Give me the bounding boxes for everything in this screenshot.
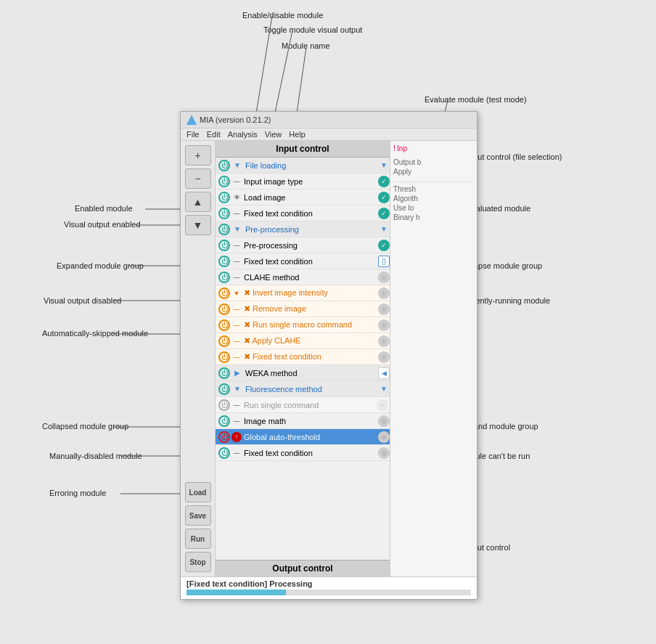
module-name-preprocessing-mod: Pre-processing — [242, 241, 378, 250]
status-apply-clahe: ○ — [378, 335, 390, 347]
eye-load-image[interactable]: 👁 — [231, 192, 242, 203]
annotation-toggle-visual: Toggle module visual output — [263, 25, 362, 34]
status-image-math: ☺ — [378, 415, 390, 427]
status-remove-image: ○ — [378, 303, 390, 315]
module-name-run-macro: ✖ Run single macro command — [242, 320, 378, 330]
module-row-remove-image[interactable]: ⏻ — ✖ Remove image ○ — [216, 301, 390, 317]
power-btn-fixed-text-1[interactable]: ⏻ — [218, 208, 230, 219]
stop-button[interactable]: Stop — [185, 552, 211, 572]
module-list-scroll[interactable]: ⏻ ▼ File loading ▼ ⏻ — Input image type … — [216, 158, 390, 560]
status-fixed-text-orange: ○ — [378, 351, 390, 363]
module-name-clahe: CLAHE method — [242, 273, 378, 282]
module-name-remove-image: ✖ Remove image — [242, 304, 378, 314]
module-row-fixed-text-1[interactable]: ⏻ — Fixed text condition ✓ — [216, 205, 390, 221]
rp-error-label: ! Inp — [393, 144, 474, 152]
module-row-run-macro[interactable]: ⏻ — ✖ Run single macro command ○ — [216, 317, 390, 333]
module-row-global-auto-threshold[interactable]: ⏻ ! Global auto-threshold ☺ — [216, 429, 390, 445]
menu-file[interactable]: File — [186, 130, 200, 139]
module-row-fixed-text-last[interactable]: ⏻ — Fixed text condition ☺ — [216, 445, 390, 461]
status-global-auto: ☺ — [378, 431, 390, 443]
rp-uselow-field: Use lo — [393, 204, 474, 212]
menu-help[interactable]: Help — [289, 130, 306, 139]
rp-output-field: Output b — [393, 158, 474, 166]
power-btn-input-image[interactable]: ⏻ — [218, 176, 230, 187]
module-row-invert[interactable]: ⏻ ▼ ✖ Invert image intensity ○ — [216, 285, 390, 301]
module-list-panel: Input control ⏻ ▼ File loading ▼ ⏻ — Inp… — [216, 141, 390, 576]
expand-weka[interactable]: ▶ — [231, 367, 243, 379]
module-row-preprocessing-module[interactable]: ⏻ — Pre-processing ✓ — [216, 237, 390, 253]
status-preprocessing[interactable]: ▼ — [378, 224, 390, 235]
power-btn-fixed-text-last[interactable]: ⏻ — [218, 447, 230, 459]
module-row-image-math[interactable]: ⏻ — Image math ☺ — [216, 413, 390, 429]
power-btn-run-macro[interactable]: ⏻ — [218, 319, 230, 331]
add-module-button[interactable]: + — [185, 145, 211, 166]
left-panel: + − ▲ ▼ Load Save Run Stop — [181, 141, 216, 576]
progress-bar-fill — [186, 590, 286, 595]
power-btn-load-image[interactable]: ⏻ — [218, 192, 230, 203]
expand-apply-clahe: — — [231, 336, 242, 346]
module-name-fixed-text-last: Fixed text condition — [242, 449, 378, 457]
module-name-global-auto: Global auto-threshold — [242, 433, 378, 441]
module-row-apply-clahe[interactable]: ⏻ — ✖ Apply CLAHE ○ — [216, 333, 390, 349]
power-btn-clahe[interactable]: ⏻ — [218, 272, 230, 283]
move-down-button[interactable]: ▼ — [185, 215, 211, 235]
power-btn-remove-image[interactable]: ⏻ — [218, 303, 230, 315]
status-invert: ○ — [378, 288, 390, 299]
menu-view[interactable]: View — [265, 130, 282, 139]
expand-fixed-text-1: — — [231, 208, 242, 219]
save-button[interactable]: Save — [185, 505, 211, 526]
power-btn-weka[interactable]: ⏻ — [218, 367, 230, 379]
annotation-input-control: Input control (file selection) — [467, 152, 562, 161]
module-name-load-image: Load image — [242, 193, 378, 202]
module-row-weka[interactable]: ⏻ ▶ WEKA method ◀ — [216, 365, 390, 381]
module-row-file-loading[interactable]: ⏻ ▼ File loading ▼ — [216, 158, 390, 174]
module-name-input-image: Input image type — [242, 177, 378, 186]
load-button[interactable]: Load — [185, 482, 211, 502]
expand-input-image: — — [231, 176, 242, 187]
module-row-fluorescence[interactable]: ⏻ ▼ Fluorescence method ▼ — [216, 381, 390, 397]
power-btn-fixed-text-orange[interactable]: ⏻ — [218, 351, 230, 363]
annotation-manually-disabled: Manually-disabled module — [49, 452, 142, 460]
power-btn-fluorescence[interactable]: ⏻ — [218, 383, 230, 395]
status-weka[interactable]: ◀ — [378, 367, 390, 379]
move-up-button[interactable]: ▲ — [185, 192, 211, 212]
expand-run-single: — — [231, 400, 242, 410]
expand-preprocessing[interactable]: ▼ — [231, 224, 243, 235]
power-btn-image-math[interactable]: ⏻ — [218, 415, 230, 427]
annotation-enabled-module: Enabled module — [75, 204, 133, 213]
app-title: MIA (version 0.21.2) — [200, 115, 271, 124]
power-btn-run-single[interactable]: ⏻ — [218, 399, 230, 411]
power-btn-preprocessing-mod[interactable]: ⏻ — [218, 240, 230, 251]
power-btn-preprocessing[interactable]: ⏻ — [218, 224, 230, 235]
menu-analysis[interactable]: Analysis — [228, 130, 258, 139]
module-row-load-image[interactable]: ⏻ 👁 Load image ✓ — [216, 189, 390, 205]
main-content: + − ▲ ▼ Load Save Run Stop Input control… — [181, 141, 477, 576]
expand-invert[interactable]: ▼ — [231, 288, 242, 298]
input-control-header: Input control — [216, 141, 390, 158]
power-btn-global-auto[interactable]: ⏻ — [218, 431, 230, 443]
power-btn-fixed-text-2[interactable]: ⏻ — [218, 256, 230, 267]
module-row-fixed-text-orange[interactable]: ⏻ — ✖ Fixed text condition ○ — [216, 349, 390, 365]
annotation-visual-disabled: Visual output disabled — [44, 296, 121, 305]
power-btn-invert[interactable]: ⏻ — [218, 288, 230, 299]
module-row-run-single[interactable]: ⏻ — Run single command − — [216, 397, 390, 413]
rp-apply-field: Apply — [393, 168, 474, 176]
annotation-module-name: Module name — [282, 41, 330, 50]
module-row-preprocessing[interactable]: ⏻ ▼ Pre-processing ▼ — [216, 221, 390, 237]
module-row-clahe[interactable]: ⏻ — CLAHE method ○ — [216, 269, 390, 285]
expand-fluorescence[interactable]: ▼ — [231, 383, 243, 395]
menu-edit[interactable]: Edit — [207, 130, 221, 139]
status-fluorescence[interactable]: ▼ — [378, 383, 390, 395]
module-row-fixed-text-2[interactable]: ⏻ — Fixed text condition {} — [216, 253, 390, 269]
annotation-enable-disable: Enable/disable module — [242, 11, 323, 20]
run-button[interactable]: Run — [185, 529, 211, 549]
menu-bar: File Edit Analysis View Help — [181, 129, 477, 141]
power-btn-apply-clahe[interactable]: ⏻ — [218, 335, 230, 347]
status-file-loading[interactable]: ▼ — [378, 160, 390, 171]
power-btn-file-loading[interactable]: ⏻ — [218, 160, 230, 171]
expand-file-loading[interactable]: ▼ — [231, 160, 243, 171]
remove-module-button[interactable]: − — [185, 168, 211, 189]
rp-binary-field: Binary h — [393, 213, 474, 221]
module-row-input-image-type[interactable]: ⏻ — Input image type ✓ — [216, 174, 390, 189]
module-name-file-loading: File loading — [243, 161, 378, 170]
